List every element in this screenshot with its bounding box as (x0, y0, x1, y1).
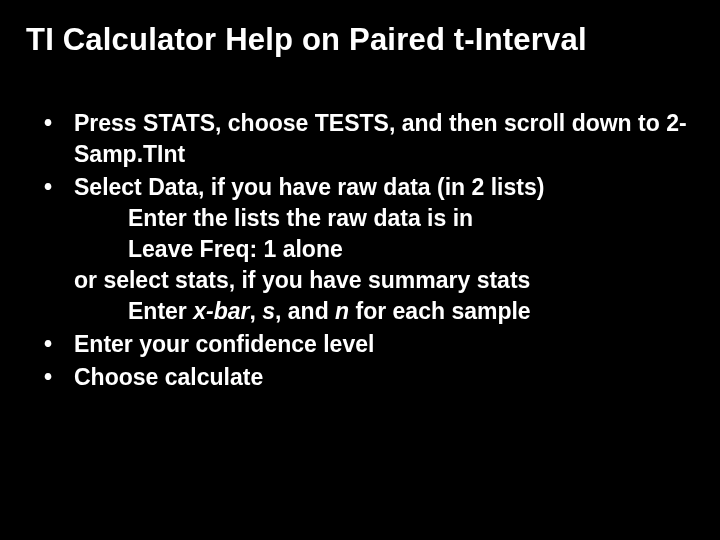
b2-sub2: Leave Freq: 1 alone (74, 234, 694, 265)
b1-stats: STATS (143, 110, 215, 136)
b2-sub1: Enter the lists the raw data is in (74, 203, 694, 234)
bullet-3: Enter your confidence level (36, 329, 694, 360)
b1-text-3: , and then scroll down to (389, 110, 666, 136)
bullet-list: Press STATS, choose TESTS, and then scro… (26, 108, 694, 393)
b2-sub3a: Enter (128, 298, 193, 324)
bullet-1: Press STATS, choose TESTS, and then scro… (36, 108, 694, 170)
b1-tests: TESTS (315, 110, 389, 136)
slide: TI Calculator Help on Paired t-Interval … (0, 0, 720, 540)
b1-text-1: Press (74, 110, 143, 136)
bullet-4: Choose calculate (36, 362, 694, 393)
b2-sub3b: , (249, 298, 262, 324)
b2-s: s (262, 298, 275, 324)
b2-xbar: x-bar (193, 298, 249, 324)
b2-sub3d: for each sample (349, 298, 531, 324)
b2-sub3: Enter x-bar, s, and n for each sample (74, 296, 694, 327)
b2-line1: Select Data, if you have raw data (in 2 … (74, 174, 544, 200)
b1-text-2: , choose (215, 110, 315, 136)
bullet-2: Select Data, if you have raw data (in 2 … (36, 172, 694, 327)
b2-sub3c: , and (275, 298, 335, 324)
b2-or: or select stats, if you have summary sta… (74, 265, 694, 296)
slide-title: TI Calculator Help on Paired t-Interval (26, 22, 694, 58)
b2-n: n (335, 298, 349, 324)
